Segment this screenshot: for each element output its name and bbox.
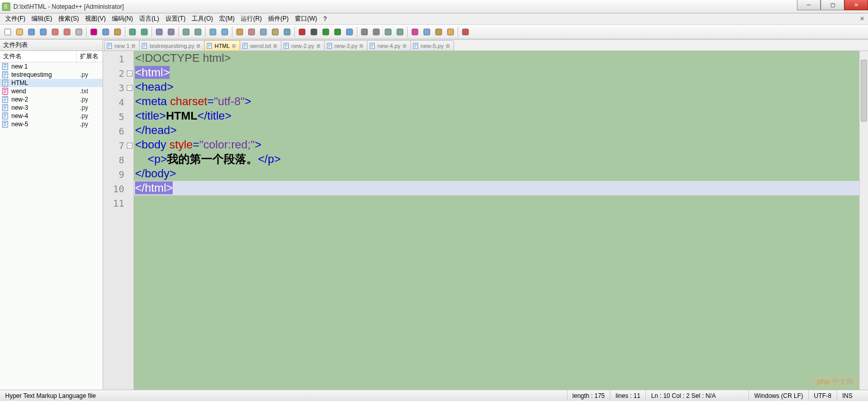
tab-close-icon[interactable]: ⊠: [445, 43, 450, 48]
monitor-button[interactable]: [281, 26, 293, 38]
window-minimize-button[interactable]: ─: [797, 0, 821, 10]
menu-item-2[interactable]: 搜索(S): [55, 13, 82, 24]
scrollbar-thumb[interactable]: [861, 60, 867, 122]
file-list-item[interactable]: testrequestimg .py: [0, 71, 103, 79]
header-ext[interactable]: 扩展名: [77, 51, 103, 62]
file-list-item[interactable]: wend .txt: [0, 87, 103, 95]
stop-button[interactable]: [308, 26, 320, 38]
doc-list-button[interactable]: [409, 26, 421, 38]
show-all-button[interactable]: [246, 26, 257, 38]
menu-item-9[interactable]: 运行(R): [238, 13, 265, 24]
line-number[interactable]: 11: [103, 196, 133, 211]
fold-toggle-icon[interactable]: −: [127, 71, 132, 76]
code-line[interactable]: <html>: [134, 65, 868, 80]
menu-item-10[interactable]: 插件(P): [265, 13, 292, 24]
code-line[interactable]: <p>我的第一个段落。</p>: [134, 152, 868, 166]
line-number[interactable]: 10: [103, 182, 133, 196]
menu-item-6[interactable]: 设置(T): [162, 13, 189, 24]
line-number[interactable]: 2−: [103, 66, 133, 81]
tab-close-icon[interactable]: ⊠: [359, 43, 364, 48]
record-button[interactable]: [296, 26, 308, 38]
menu-item-3[interactable]: 视图(V): [82, 13, 109, 24]
code-line[interactable]: [134, 195, 868, 210]
tab-close-icon[interactable]: ⊠: [316, 43, 321, 48]
window-close-button[interactable]: ✕: [844, 0, 868, 10]
document-tab[interactable]: new 1 ⊠: [104, 40, 140, 51]
save-all-button[interactable]: [38, 26, 49, 38]
document-tab[interactable]: wend.txt ⊠: [240, 40, 281, 51]
header-filename[interactable]: 文件名: [0, 51, 77, 62]
lang-button[interactable]: [270, 26, 281, 38]
code-line[interactable]: <head>: [134, 80, 868, 94]
indent-button[interactable]: [371, 26, 382, 38]
file-list-item[interactable]: new-4 .py: [0, 112, 103, 120]
menu-item-8[interactable]: 宏(M): [216, 13, 238, 24]
code-line[interactable]: <title>HTML</title>: [134, 109, 868, 123]
folder-button[interactable]: [445, 26, 456, 38]
file-list-item[interactable]: new 1: [0, 62, 103, 71]
close-button[interactable]: [49, 26, 61, 38]
code-line[interactable]: <!DOCTYPE html>: [134, 51, 868, 65]
tab-close-icon[interactable]: ⊠: [196, 43, 201, 48]
doc-map-button[interactable]: [421, 26, 432, 38]
fold-toggle-icon[interactable]: −: [127, 85, 132, 91]
mdi-close-icon[interactable]: ✕: [858, 14, 866, 23]
document-tab[interactable]: new-5.py ⊠: [410, 40, 454, 51]
code-line[interactable]: </head>: [134, 123, 868, 138]
open-file-button[interactable]: [14, 26, 25, 38]
redo-button[interactable]: [139, 26, 150, 38]
line-number[interactable]: 5: [103, 110, 133, 124]
menu-item-11[interactable]: 窗口(W): [292, 13, 320, 24]
play-multi-button[interactable]: [332, 26, 343, 38]
find-button[interactable]: [154, 26, 165, 38]
line-number[interactable]: 6: [103, 124, 133, 139]
tab-close-icon[interactable]: ⊠: [273, 43, 278, 48]
indent-guide-button[interactable]: [258, 26, 269, 38]
sync-h-button[interactable]: [219, 26, 230, 38]
save-macro-button[interactable]: [344, 26, 355, 38]
menu-item-4[interactable]: 编码(N): [109, 13, 136, 24]
uncomment-button[interactable]: [394, 26, 406, 38]
close-all-button[interactable]: [61, 26, 73, 38]
sync-v-button[interactable]: [207, 26, 219, 38]
menu-item-1[interactable]: 编辑(E): [28, 13, 55, 24]
fold-toggle-icon[interactable]: −: [127, 143, 132, 148]
file-list-item[interactable]: HTML: [0, 79, 103, 87]
line-number-gutter[interactable]: 12−3−4567−891011: [103, 51, 134, 390]
document-tab[interactable]: testrequestimg.py ⊠: [139, 40, 205, 51]
code-line[interactable]: </html>: [134, 181, 868, 195]
file-list-item[interactable]: new-5 .py: [0, 120, 103, 128]
menu-item-0[interactable]: 文件(F): [2, 13, 28, 24]
file-list-item[interactable]: new-2 .py: [0, 95, 103, 104]
print-button[interactable]: [73, 26, 85, 38]
cut-button[interactable]: [88, 26, 99, 38]
tab-close-icon[interactable]: ⊠: [131, 43, 136, 48]
zoom-in-button[interactable]: [180, 26, 192, 38]
line-number[interactable]: 1: [103, 52, 133, 66]
new-file-button[interactable]: [2, 26, 13, 38]
spellcheck-button[interactable]: [460, 26, 471, 38]
paste-button[interactable]: [112, 26, 123, 38]
save-button[interactable]: [26, 26, 37, 38]
code-line[interactable]: <meta charset="utf-8">: [134, 94, 868, 109]
status-eol[interactable]: Windows (CR LF): [749, 390, 809, 401]
status-insert-mode[interactable]: INS: [837, 390, 868, 401]
vertical-scrollbar[interactable]: [859, 51, 868, 390]
document-tab[interactable]: new-4.py ⊠: [367, 40, 411, 51]
func-list-button[interactable]: [433, 26, 444, 38]
zoom-out-button[interactable]: [192, 26, 204, 38]
line-number[interactable]: 8: [103, 153, 133, 168]
wrap-button[interactable]: [234, 26, 245, 38]
line-number[interactable]: 4: [103, 95, 133, 110]
line-number[interactable]: 9: [103, 168, 133, 182]
document-tab[interactable]: new-3.py ⊠: [324, 40, 368, 51]
code-line[interactable]: <body style="color:red;">: [134, 138, 868, 152]
menu-item-12[interactable]: ?: [320, 14, 330, 24]
copy-button[interactable]: [100, 26, 111, 38]
status-encoding[interactable]: UTF-8: [809, 390, 837, 401]
code-line[interactable]: </body>: [134, 166, 868, 181]
window-maximize-button[interactable]: ▢: [821, 0, 844, 10]
comment-button[interactable]: [382, 26, 394, 38]
tab-close-icon[interactable]: ⊠: [402, 43, 407, 48]
file-list-item[interactable]: new-3 .py: [0, 104, 103, 112]
